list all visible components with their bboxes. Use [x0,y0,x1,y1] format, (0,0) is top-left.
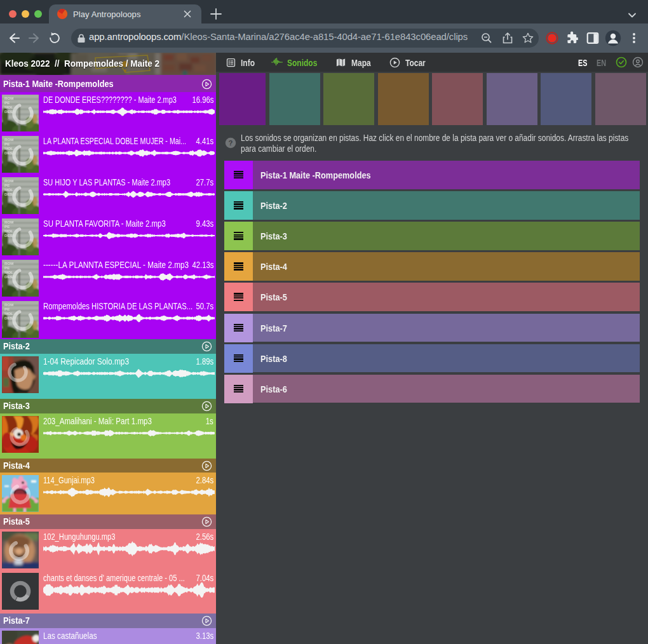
svg-text:?: ? [229,139,233,147]
svg-text:PE: PE [4,142,10,146]
svg-text:MOL: MOL [4,146,13,151]
svg-text:ROM: ROM [4,96,13,100]
svg-text:ROM: ROM [4,178,13,183]
svg-text:ROM: ROM [4,220,13,224]
svg-text:ROM: ROM [4,302,13,307]
svg-text:MOL: MOL [4,229,13,233]
svg-text:DES: DES [4,233,13,238]
svg-text:PE: PE [4,100,10,105]
svg-text:DES: DES [4,316,13,320]
svg-text:DES: DES [4,192,13,196]
svg-text:PE: PE [4,265,10,270]
svg-text:ROM: ROM [4,261,13,265]
svg-text:PE: PE [4,183,10,187]
svg-text:DES: DES [4,109,13,114]
svg-text:MOL: MOL [4,105,13,109]
svg-text:PE: PE [4,307,10,311]
svg-text:ROM: ROM [4,137,13,142]
svg-text:DES: DES [4,274,13,279]
svg-text:MOL: MOL [4,187,13,192]
svg-text:DES: DES [4,151,13,155]
svg-text:MOL: MOL [4,270,13,274]
svg-text:PE: PE [4,224,10,229]
svg-text:MOL: MOL [4,311,13,316]
